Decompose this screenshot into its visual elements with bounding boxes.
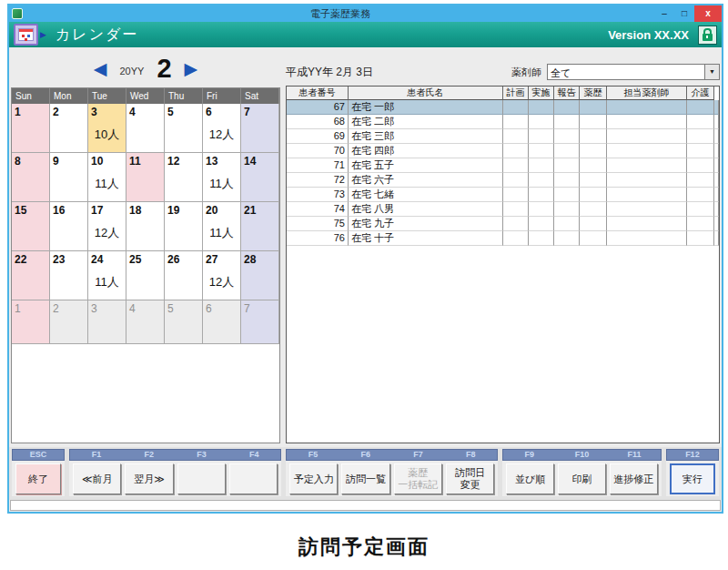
- table-row[interactable]: 72在宅 六子: [287, 173, 719, 188]
- empty-cell: [714, 231, 719, 246]
- calendar-day-cell[interactable]: 2: [50, 300, 88, 344]
- sort-order-button[interactable]: 並び順: [506, 463, 554, 494]
- calendar-day-cell[interactable]: 12: [165, 153, 203, 202]
- prev-month-button[interactable]: ≪前月: [73, 463, 121, 494]
- visit-date-change-button[interactable]: 訪問日 変更: [446, 463, 494, 494]
- calendar-year-label: 20YY: [119, 66, 144, 76]
- prev-month-arrow-icon[interactable]: ◀: [94, 60, 107, 77]
- function-key-strip: F1F2F3F4: [69, 449, 281, 461]
- calendar-day-cell[interactable]: 18: [126, 202, 165, 251]
- execute-button[interactable]: 実行: [670, 463, 715, 494]
- day-number: 5: [165, 300, 202, 315]
- calendar-day-cell[interactable]: 9: [50, 153, 88, 202]
- calendar-day-cell[interactable]: 28: [241, 251, 279, 300]
- minimize-button[interactable]: –: [654, 6, 674, 21]
- calendar-day-cell[interactable]: 3: [88, 300, 126, 344]
- empty-cell: [529, 217, 554, 231]
- calendar-nav: ◀ 20YY 2 ▶: [11, 51, 280, 86]
- calendar-day-cell[interactable]: 15: [12, 202, 50, 251]
- header-expand-icon[interactable]: ▶: [40, 30, 46, 39]
- table-row[interactable]: 70在宅 四郎: [287, 144, 719, 158]
- empty-cell: [529, 144, 554, 158]
- function-key-label: F4: [228, 450, 280, 460]
- calendar-day-cell[interactable]: 1712人: [88, 202, 126, 251]
- calendar-day-cell[interactable]: 2712人: [203, 251, 241, 300]
- calendar-day-header: Wed: [126, 88, 165, 104]
- calendar-day-cell[interactable]: 19: [165, 202, 203, 251]
- calendar-day-cell[interactable]: 2: [50, 104, 88, 153]
- next-month-button[interactable]: 翌月≫: [125, 463, 173, 494]
- visit-count: 11人: [203, 225, 240, 241]
- exit-button[interactable]: 終了: [15, 463, 61, 494]
- table-row[interactable]: 76在宅 十子: [287, 231, 719, 246]
- table-row[interactable]: 74在宅 八男: [287, 202, 719, 217]
- calendar-day-cell[interactable]: 4: [126, 104, 165, 153]
- patient-table-header-row: 患者番号患者氏名計画実施報告薬歴担当薬剤師介護: [287, 87, 719, 100]
- calendar-day-cell[interactable]: 8: [12, 153, 50, 202]
- empty-cell: [503, 100, 529, 115]
- empty-cell: [607, 173, 687, 188]
- calendar-day-header: Sun: [12, 88, 50, 104]
- calendar-day-cell[interactable]: 11: [126, 153, 165, 202]
- calendar-day-cell[interactable]: 7: [241, 300, 279, 344]
- empty-cell: [687, 144, 714, 158]
- empty-cell: [503, 188, 529, 202]
- table-row[interactable]: 67在宅 一郎: [287, 100, 719, 115]
- table-row[interactable]: 69在宅 三郎: [287, 129, 719, 144]
- progress-edit-button[interactable]: 進捗修正: [610, 463, 658, 494]
- day-number: 1: [12, 104, 49, 118]
- table-row[interactable]: 75在宅 九子: [287, 217, 719, 231]
- day-number: 1: [12, 300, 49, 315]
- empty-cell: [607, 144, 687, 158]
- calendar-day-cell[interactable]: 1311人: [203, 153, 241, 202]
- calendar-day-cell[interactable]: 22: [12, 251, 50, 300]
- table-row[interactable]: 68在宅 二郎: [287, 115, 719, 129]
- calendar-day-header: Tue: [88, 88, 126, 104]
- maximize-button[interactable]: □: [674, 6, 694, 21]
- calendar-day-cell[interactable]: 310人: [88, 104, 126, 153]
- calendar-day-cell[interactable]: 2411人: [88, 251, 126, 300]
- day-number: 11: [126, 153, 164, 168]
- visit-list-button[interactable]: 訪問一覧: [341, 463, 389, 494]
- calendar-day-cell[interactable]: 5: [165, 104, 203, 153]
- calendar-day-cell[interactable]: 5: [165, 300, 203, 344]
- patient-name-cell: 在宅 三郎: [349, 129, 503, 144]
- batch-transfer-button[interactable]: 薬歴 一括転記: [394, 463, 442, 494]
- empty-cell: [503, 129, 529, 144]
- calendar-day-cell[interactable]: 4: [126, 300, 165, 344]
- calendar-day-cell[interactable]: 6: [203, 300, 241, 344]
- patient-number-cell: 72: [287, 173, 349, 188]
- empty-cell: [714, 158, 719, 173]
- print-button[interactable]: 印刷: [558, 463, 606, 494]
- calendar-day-cell[interactable]: 612人: [203, 104, 241, 153]
- calendar-day-cell[interactable]: 23: [50, 251, 88, 300]
- calendar-day-cell[interactable]: 1011人: [88, 153, 126, 202]
- calendar-day-cell[interactable]: 7: [241, 104, 279, 153]
- next-month-arrow-icon[interactable]: ▶: [185, 60, 198, 77]
- calendar-day-cell[interactable]: 2011人: [203, 202, 241, 251]
- calendar-day-cell[interactable]: 21: [241, 202, 279, 251]
- function-key-label: F12: [667, 450, 718, 460]
- function-group: F1F2F3F4≪前月翌月≫: [69, 449, 281, 496]
- close-button[interactable]: x: [694, 5, 722, 22]
- empty-cell: [607, 231, 687, 246]
- calendar-day-header: Sat: [241, 88, 279, 104]
- calendar-day-cell[interactable]: 25: [126, 251, 165, 300]
- dropdown-arrow-icon[interactable]: ▼: [704, 65, 719, 79]
- table-row[interactable]: 73在宅 七緒: [287, 188, 719, 202]
- pharmacist-filter-dropdown[interactable]: 全て ▼: [547, 64, 720, 80]
- calendar-day-cell[interactable]: 26: [165, 251, 203, 300]
- schedule-input-button[interactable]: 予定入力: [289, 463, 338, 494]
- calendar-day-cell[interactable]: 1: [12, 104, 50, 153]
- patient-number-cell: 67: [287, 100, 349, 115]
- lock-icon[interactable]: [698, 25, 717, 45]
- calendar-day-cell[interactable]: 16: [50, 202, 88, 251]
- calendar-day-cell[interactable]: 14: [241, 153, 279, 202]
- table-row[interactable]: 71在宅 五子: [287, 158, 719, 173]
- patient-number-cell: 76: [287, 231, 349, 246]
- main-content: ◀ 20YY 2 ▶ SunMonTueWedThuFriSat12310人45…: [9, 47, 722, 447]
- empty-cell: [714, 173, 719, 188]
- empty-cell: [554, 202, 580, 217]
- calendar-day-cell[interactable]: 1: [12, 300, 50, 344]
- empty-cell: [529, 231, 554, 246]
